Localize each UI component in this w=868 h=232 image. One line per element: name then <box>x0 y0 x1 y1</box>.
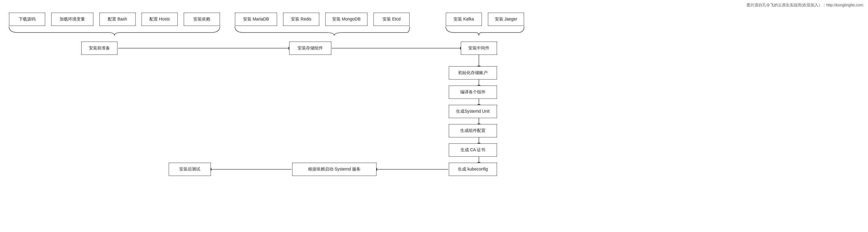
initstore-box: 初始化存储账户 <box>449 66 497 80</box>
installstore-label: 安装存储组件 <box>298 46 323 51</box>
diagram-lines <box>0 0 868 232</box>
jaeger-box: 安装 Jaeger <box>488 13 524 26</box>
mongodb-box: 安装 MongoDB <box>325 13 367 26</box>
watermark: 图片源自孔令飞的云原生实战营(欢迎加入）：http://konglingfei.… <box>747 2 863 8</box>
kafka-box: 安装 Kafka <box>446 13 482 26</box>
mongodb-label: 安装 MongoDB <box>332 17 361 22</box>
redis-label: 安装 Redis <box>291 17 311 22</box>
etcd-label: 安装 Etcd <box>382 17 401 22</box>
confhosts-label: 配置 Hosts <box>149 17 170 22</box>
jaeger-label: 安装 Jaeger <box>495 17 518 22</box>
installstore-box: 安装存储组件 <box>289 41 331 55</box>
prepinstall-label: 安装前准备 <box>89 46 110 51</box>
genca-label: 生成 CA 证书 <box>461 147 485 153</box>
download-box: 下载源码 <box>9 13 45 26</box>
kafka-label: 安装 Kafka <box>454 17 474 22</box>
installdeps-box: 安装依赖 <box>184 13 220 26</box>
systemd-label: 生成Systemd Unit <box>456 109 489 114</box>
systemd-box: 生成Systemd Unit <box>449 105 497 118</box>
posttest-label: 安装后测试 <box>179 167 200 172</box>
compile-box: 编译各个组件 <box>449 86 497 99</box>
download-label: 下载源码 <box>19 17 35 22</box>
confhosts-box: 配置 Hosts <box>142 13 178 26</box>
startservice-box: 根据依赖启动 Systemd 服务 <box>292 163 376 176</box>
compile-label: 编译各个组件 <box>460 89 486 95</box>
loadenv-box: 加载环境变量 <box>51 13 93 26</box>
redis-box: 安装 Redis <box>283 13 319 26</box>
installdeps-label: 安装依赖 <box>193 17 210 22</box>
genconf-box: 生成组件配置 <box>449 124 497 137</box>
mariadb-box: 安装 MariaDB <box>235 13 277 26</box>
etcd-box: 安装 Etcd <box>373 13 410 26</box>
confbash-box: 配置 Bash <box>99 13 135 26</box>
confbash-label: 配置 Bash <box>108 17 127 22</box>
installmid-box: 安装中间件 <box>461 41 497 55</box>
genkube-box: 生成 kubeconfig <box>449 163 497 176</box>
prepinstall-box: 安装前准备 <box>81 41 118 55</box>
loadenv-label: 加载环境变量 <box>60 17 85 22</box>
installmid-label: 安装中间件 <box>468 46 489 51</box>
posttest-box: 安装后测试 <box>169 163 211 176</box>
initstore-label: 初始化存储账户 <box>458 70 488 76</box>
genkube-label: 生成 kubeconfig <box>458 167 488 172</box>
genca-box: 生成 CA 证书 <box>449 143 497 157</box>
mariadb-label: 安装 MariaDB <box>243 17 269 22</box>
startservice-label: 根据依赖启动 Systemd 服务 <box>308 167 361 172</box>
genconf-label: 生成组件配置 <box>460 128 486 134</box>
